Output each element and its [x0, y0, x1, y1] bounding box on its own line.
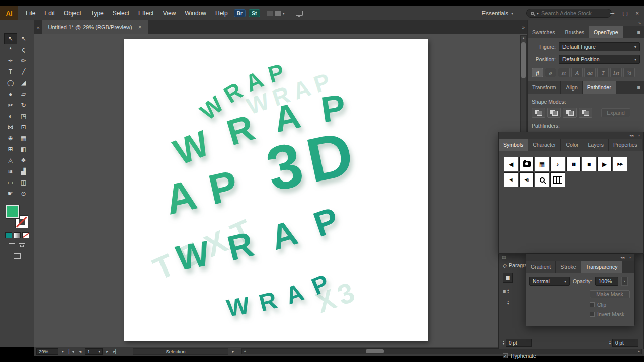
app-logo[interactable]: Ai [0, 6, 18, 20]
tab-opentype[interactable]: OpenType [589, 26, 623, 38]
status-menu-icon[interactable]: ▸ [230, 349, 235, 354]
tab-stroke[interactable]: Stroke [556, 261, 581, 273]
panel-menu-icon[interactable]: ≡ [624, 261, 634, 273]
intersect-button[interactable] [563, 108, 577, 118]
stylistic-alternates-button[interactable]: aa [584, 68, 596, 77]
draw-behind-icon[interactable] [19, 243, 25, 248]
color-button[interactable] [5, 232, 12, 238]
symbol-play[interactable]: ▶ [597, 157, 612, 171]
stock-badge[interactable]: St [249, 9, 260, 17]
artboard[interactable]: TEXT WRAP X3 WRAP WRAP AP 3D WRAP WRAP [124, 39, 428, 341]
tab-transparency[interactable]: Transparency [581, 261, 623, 273]
contextual-alternates-button[interactable]: ø [545, 68, 556, 77]
opacity-slider-icon[interactable]: › [621, 277, 628, 286]
exclude-button[interactable] [579, 108, 592, 118]
step-down-icon[interactable]: ▾ [503, 343, 504, 345]
tool-eyedropper[interactable]: ◬ [4, 155, 17, 166]
tab-character[interactable]: Character [528, 139, 561, 151]
tool-pen[interactable]: ✒ [4, 55, 17, 66]
minimize-button[interactable]: ─ [610, 10, 614, 16]
opacity-dropdown[interactable]: 100% [595, 277, 618, 286]
fill-swatch[interactable] [6, 205, 19, 218]
space-after-field[interactable]: 0 pt [612, 339, 638, 347]
tool-ellipse[interactable]: ◯ [4, 77, 17, 88]
symbol-music[interactable]: ♪ [550, 157, 565, 171]
make-mask-button[interactable]: Make Mask [590, 290, 630, 298]
zoom-level-field[interactable]: 29% [36, 348, 58, 355]
artboard-number-field[interactable]: 1 ▾ [85, 348, 103, 355]
scroll-tabs-right-icon[interactable]: » [519, 25, 527, 30]
horizontal-scroll-thumb[interactable] [366, 349, 384, 353]
next-artboard-button[interactable]: ▸ [105, 349, 110, 354]
tool-slice[interactable]: ◫ [17, 177, 30, 188]
gradient-button[interactable] [14, 232, 21, 238]
clip-checkbox[interactable] [590, 302, 595, 307]
panel-menu-icon[interactable]: ≡ [634, 81, 644, 94]
tool-blend[interactable]: ❖ [17, 155, 30, 166]
tool-eraser[interactable]: ▱ [17, 88, 30, 100]
tool-free-transform[interactable]: ⊡ [17, 122, 30, 133]
menu-type[interactable]: Type [86, 6, 108, 20]
device-preview-icon[interactable] [296, 11, 303, 16]
tool-magic-wand[interactable]: * [4, 44, 17, 55]
discretionary-ligatures-button[interactable]: st [558, 68, 570, 77]
scroll-up-icon[interactable]: ▲ [521, 36, 526, 40]
panel-close-icon[interactable]: × [629, 255, 631, 260]
tool-symbol-sprayer[interactable]: ≋ [4, 166, 17, 177]
symbol-zoom[interactable] [535, 172, 549, 187]
tool-artboard[interactable]: ▭ [4, 177, 17, 188]
vertical-scroll-thumb[interactable] [521, 42, 526, 78]
tab-brushes[interactable]: Brushes [560, 26, 590, 38]
tool-lasso[interactable]: ς [17, 44, 30, 55]
tool-mesh[interactable]: ⊞ [4, 144, 17, 155]
tool-direct-selection[interactable]: ↖ [17, 33, 30, 44]
tab-align[interactable]: Align [561, 81, 582, 94]
tab-transform[interactable]: Transform [528, 81, 561, 94]
step-down-icon[interactable]: ▾ [507, 291, 509, 294]
collapse-panels-icon[interactable]: » [638, 21, 641, 26]
tool-zoom[interactable]: ⊙ [17, 188, 30, 199]
tool-rotate[interactable]: ↻ [17, 100, 30, 111]
invert-mask-checkbox[interactable] [590, 312, 595, 317]
minus-front-button[interactable] [547, 108, 561, 118]
tab-pathfinder[interactable]: Pathfinder [583, 81, 616, 94]
panel-collapse-icon[interactable]: ◂◂ [629, 133, 633, 138]
menu-object[interactable]: Object [59, 6, 86, 20]
tool-scale[interactable]: ◳ [17, 111, 30, 122]
zoom-dropdown-icon[interactable]: ▾ [60, 349, 65, 354]
menu-effect[interactable]: Effect [134, 6, 158, 20]
tool-type[interactable]: T [4, 66, 17, 77]
unite-button[interactable] [532, 108, 545, 118]
tool-line-segment[interactable]: ╱ [17, 66, 30, 77]
menu-view[interactable]: View [158, 6, 181, 20]
panel-menu-icon[interactable]: ≡ [634, 26, 644, 38]
tool-width[interactable]: ⋈ [4, 122, 17, 133]
symbol-rewind[interactable]: ◀ [504, 157, 518, 171]
canvas-area[interactable]: TEXT WRAP X3 WRAP WRAP AP 3D WRAP WRAP ▲… [34, 34, 527, 347]
symbol-speaker-high[interactable]: ◀)) [519, 172, 534, 187]
blend-mode-dropdown[interactable]: Normal ▾ [529, 277, 570, 286]
symbol-fast-forward[interactable]: ▶▶ [613, 157, 627, 171]
tool-scissors[interactable]: ✂ [4, 100, 17, 111]
position-dropdown[interactable]: Default Position ▾ [559, 55, 640, 64]
ordinals-button[interactable]: 1st [610, 68, 622, 77]
last-artboard-button[interactable]: ▸▏ [112, 349, 120, 354]
tool-gradient[interactable]: ◧ [17, 144, 30, 155]
menu-help[interactable]: Help [211, 6, 232, 20]
symbol-camera[interactable] [519, 157, 534, 171]
symbol-pause[interactable]: ▮▮ [566, 157, 581, 171]
tool-shape-builder[interactable]: ⊕ [4, 133, 17, 144]
arrange-documents-icon[interactable]: ▾ [267, 11, 285, 16]
tool-selection[interactable]: ↖ [4, 33, 17, 44]
space-before-field[interactable]: 0 pt [506, 339, 532, 347]
close-button[interactable]: × [636, 10, 639, 16]
tool-pencil[interactable]: ✏ [17, 55, 30, 66]
fractions-button[interactable]: ½ [623, 68, 635, 77]
search-input[interactable] [541, 10, 603, 16]
artwork-sphere-text[interactable]: TEXT WRAP X3 WRAP WRAP AP 3D WRAP WRAP [124, 39, 428, 341]
menu-edit[interactable]: Edit [40, 6, 59, 20]
scroll-left-icon[interactable]: ◂ [244, 349, 246, 353]
prev-artboard-button[interactable]: ◂ [77, 349, 83, 354]
tab-properties[interactable]: Properties [609, 139, 642, 151]
hyphenate-checkbox[interactable]: ✓ [503, 353, 508, 358]
